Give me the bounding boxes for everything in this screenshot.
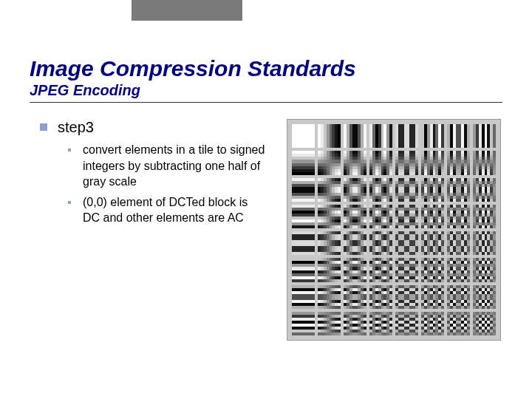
dct-tile [292,231,315,255]
divider [30,102,502,103]
dct-tile [395,124,418,148]
step-line: step3 [30,119,278,136]
dct-tile [292,285,315,309]
dct-tile [395,285,418,309]
slide-subtitle: JPEG Encoding [30,82,502,99]
dct-tile [318,178,341,202]
slide-content: Image Compression Standards JPEG Encodin… [30,56,502,341]
bullet-text: convert elements in a tile to signed int… [83,142,267,190]
dct-tile [318,151,341,174]
dct-tile [344,205,366,228]
dct-tile [318,258,341,282]
dct-tile [369,312,392,335]
dct-tile [395,178,418,202]
dct-tile [318,285,341,309]
dct-tile [344,231,366,255]
dct-tile [292,312,315,335]
dct-tile [473,205,496,228]
dct-tile [369,231,392,255]
dct-tile [344,312,366,335]
dct-tile [395,258,418,282]
dct-tile [473,178,496,202]
dct-tile [421,312,444,335]
dot-bullet-icon [68,201,71,204]
dct-tile [292,151,315,174]
dct-tile [369,205,392,228]
dct-tile [292,124,315,148]
slide-title: Image Compression Standards [30,56,502,81]
dct-tile [421,205,444,228]
step-label: step3 [58,119,94,136]
dct-tile [447,151,470,174]
dct-tile [369,124,392,148]
dct-tile [344,151,366,174]
dct-tile [344,258,366,282]
dct-tile [421,124,444,148]
dct-tile [344,124,366,148]
dot-bullet-icon [68,149,71,151]
dct-tile [447,124,470,148]
dct-tile [292,258,315,282]
body-row: step3 convert elements in a tile to sign… [30,119,502,341]
dct-tile [421,178,444,202]
dct-tile [473,151,496,174]
dct-tile [473,124,496,148]
dct-tile [395,205,418,228]
dct-tile [318,205,341,228]
bullet-item: (0,0) element of DCTed block is DC and o… [68,194,278,226]
dct-tile [447,205,470,228]
figure-column [287,119,501,341]
dct-tile [447,178,470,202]
dct-tile [369,285,392,309]
dct-tile [473,231,496,255]
dct-tile [318,312,341,335]
bullet-item: convert elements in a tile to signed int… [68,142,278,190]
dct-tile [447,312,470,335]
dct-tile [447,258,470,282]
dct-tile [369,258,392,282]
dct-tile [447,285,470,309]
dct-tile [473,258,496,282]
square-bullet-icon [40,123,47,131]
dct-tile [369,178,392,202]
dct-tile [421,151,444,174]
dct-tile [421,285,444,309]
dct-tile [421,231,444,255]
dct-tile [318,231,341,255]
text-column: step3 convert elements in a tile to sign… [30,119,278,231]
dct-tile [421,258,444,282]
dct-tile [318,124,341,148]
dct-tile [395,151,418,174]
dct-tile [395,231,418,255]
dct-tile [344,285,366,309]
decorative-top-block [132,0,242,21]
dct-tile [369,151,392,174]
dct-basis-grid [287,119,501,341]
dct-tile [473,285,496,309]
dct-tile [292,178,315,202]
dct-tile [395,312,418,335]
dct-tile [447,231,470,255]
dct-tile [344,178,366,202]
dct-tile [473,312,496,335]
bullet-text: (0,0) element of DCTed block is DC and o… [83,194,267,226]
dct-tile [292,205,315,228]
